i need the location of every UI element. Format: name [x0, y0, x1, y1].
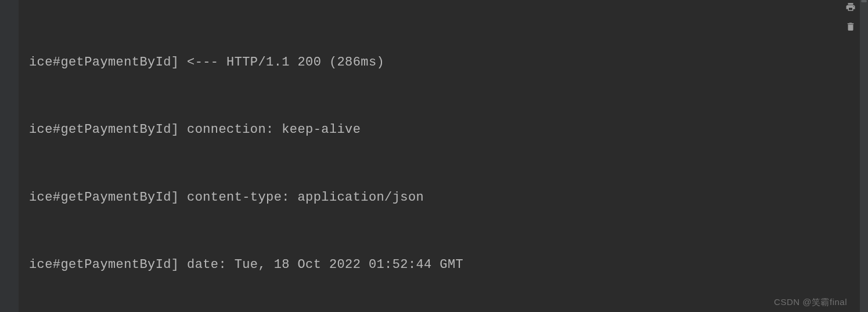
gutter-bar: [0, 0, 19, 312]
watermark: CSDN @笑霸final: [774, 295, 847, 309]
trash-icon[interactable]: [845, 21, 856, 32]
log-line: ice#getPaymentById] date: Tue, 18 Oct 20…: [29, 251, 852, 279]
log-line: ice#getPaymentById] connection: keep-ali…: [29, 116, 852, 144]
scrollbar-thumb[interactable]: [861, 0, 867, 2]
console-output: ice#getPaymentById] <--- HTTP/1.1 200 (2…: [29, 9, 852, 312]
printer-icon[interactable]: [845, 1, 856, 13]
log-line: ice#getPaymentById] <--- HTTP/1.1 200 (2…: [29, 49, 852, 77]
log-line: ice#getPaymentById] content-type: applic…: [29, 184, 852, 212]
scrollbar-track[interactable]: [860, 0, 868, 312]
console-toolbar: [842, 0, 859, 32]
